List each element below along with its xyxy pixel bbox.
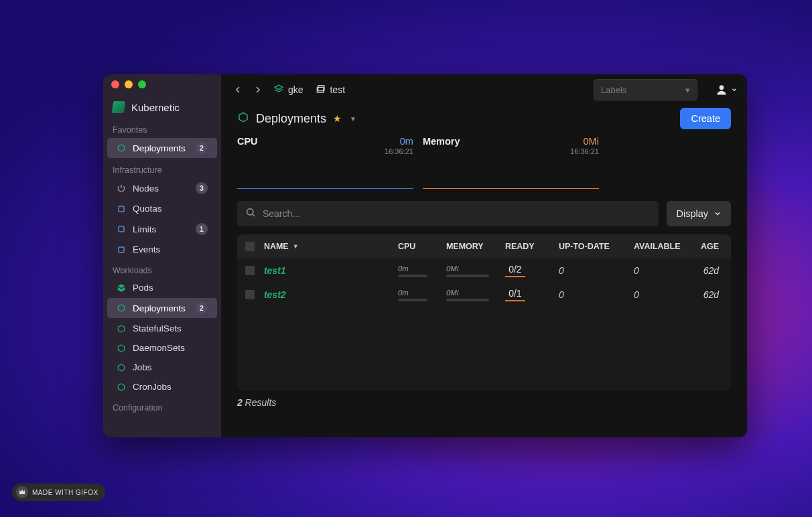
layers-icon <box>273 84 284 96</box>
results-summary: 2 Results <box>221 390 747 415</box>
search-input[interactable] <box>263 208 651 219</box>
sidebar-item-pods[interactable]: Pods <box>107 279 217 297</box>
nav-forward-button[interactable] <box>251 82 265 97</box>
chevron-down-icon: ▾ <box>685 85 690 95</box>
section-workloads: Workloads <box>103 259 221 278</box>
available-cell: 0 <box>634 265 639 276</box>
deploy-icon <box>117 143 126 153</box>
deploy-icon <box>117 324 126 334</box>
svg-rect-0 <box>119 206 124 212</box>
search-container <box>237 201 659 226</box>
sidebar-item-deployments[interactable]: Deployments 2 <box>107 298 217 318</box>
svg-point-6 <box>247 209 253 215</box>
sidebar-badge: 1 <box>196 223 208 235</box>
cluster-chip[interactable]: gke <box>273 84 303 96</box>
display-button[interactable]: Display <box>667 201 731 226</box>
col-available[interactable]: AVAILABLE <box>634 242 701 251</box>
power-icon <box>117 183 126 193</box>
minimize-window-button[interactable] <box>125 80 133 88</box>
row-checkbox[interactable] <box>245 290 255 299</box>
app-window: Kubernetic Favorites Deployments 2 Infra… <box>103 74 747 437</box>
memory-sparkline <box>423 188 599 189</box>
sidebar-item-label: Pods <box>133 283 208 293</box>
sidebar-item-deployments-fav[interactable]: Deployments 2 <box>107 138 217 158</box>
select-all-checkbox[interactable] <box>245 242 264 251</box>
table: NAME ▼ CPU MEMORY READY UP-TO-DATE AVAIL… <box>237 234 731 390</box>
memory-cell: 0Mi <box>446 289 489 301</box>
chevron-down-icon <box>714 210 722 218</box>
results-count: 2 <box>237 397 243 408</box>
sidebar-item-events[interactable]: Events <box>107 240 217 258</box>
gifox-badge: MADE WITH GIFOX <box>12 484 105 501</box>
sidebar-item-label: DaemonSets <box>133 343 208 353</box>
sidebar-item-label: Deployments <box>133 303 189 313</box>
row-checkbox[interactable] <box>245 266 255 275</box>
cube-icon <box>117 283 126 293</box>
cpu-label: CPU <box>237 136 258 147</box>
sidebar-item-label: Nodes <box>133 183 189 194</box>
maximize-window-button[interactable] <box>138 80 146 88</box>
nav-back-button[interactable] <box>230 82 245 97</box>
cpu-cell: 0m <box>398 289 427 301</box>
deploy-icon <box>117 363 126 372</box>
square-icon <box>117 224 126 234</box>
brand-icon <box>112 101 126 113</box>
sidebar-item-quotas[interactable]: Quotas <box>107 200 217 218</box>
cpu-value: 0m <box>385 136 413 147</box>
user-menu[interactable] <box>715 83 738 96</box>
namespace-chip[interactable]: test <box>315 84 345 96</box>
col-name[interactable]: NAME ▼ <box>264 242 398 251</box>
col-uptodate[interactable]: UP-TO-DATE <box>559 242 634 251</box>
sidebar-item-label: StatefulSets <box>133 323 208 334</box>
sidebar-item-label: CronJobs <box>133 382 208 392</box>
sidebar-badge: 3 <box>196 182 208 194</box>
table-header: NAME ▼ CPU MEMORY READY UP-TO-DATE AVAIL… <box>237 234 731 258</box>
labels-dropdown[interactable]: Labels ▾ <box>594 79 697 100</box>
deployment-name-link[interactable]: test1 <box>264 265 286 276</box>
sidebar: Kubernetic Favorites Deployments 2 Infra… <box>103 74 221 437</box>
gifox-icon <box>16 486 28 498</box>
age-cell: 62d <box>703 289 719 300</box>
col-age[interactable]: AGE <box>701 242 723 251</box>
square-icon <box>117 245 126 254</box>
create-button[interactable]: Create <box>680 108 731 129</box>
col-memory[interactable]: MEMORY <box>446 242 505 251</box>
sidebar-badge: 2 <box>196 302 208 314</box>
memory-time: 16:36:21 <box>570 147 599 155</box>
ready-cell: 0/2 <box>505 264 525 277</box>
ready-cell: 0/1 <box>505 288 525 301</box>
svg-rect-2 <box>119 247 124 252</box>
section-favorites: Favorites <box>103 119 221 137</box>
sidebar-item-statefulsets[interactable]: StatefulSets <box>107 319 217 338</box>
sidebar-item-label: Events <box>133 244 208 254</box>
main-content: gke test Labels ▾ Deployments <box>221 74 747 437</box>
titlebar <box>103 74 221 94</box>
sort-icon: ▼ <box>293 243 299 250</box>
deployment-name-link[interactable]: test2 <box>264 289 286 300</box>
sidebar-item-cronjobs[interactable]: CronJobs <box>107 378 217 396</box>
table-row[interactable]: test1 0m 0Mi 0/2 0 0 62d <box>237 258 731 283</box>
search-icon <box>245 207 256 220</box>
star-icon[interactable]: ★ <box>333 113 342 124</box>
page-header: Deployments ★ ▼ Create <box>221 105 747 135</box>
sidebar-item-nodes[interactable]: Nodes 3 <box>107 178 217 198</box>
close-window-button[interactable] <box>111 80 119 88</box>
search-bar: Display <box>221 198 747 234</box>
col-ready[interactable]: READY <box>505 242 559 251</box>
sidebar-item-limits[interactable]: Limits 1 <box>107 219 217 239</box>
col-cpu[interactable]: CPU <box>398 242 446 251</box>
stack-icon <box>315 84 326 96</box>
charts: CPU 0m 16:36:21 Memory 0Mi 16:36:21 <box>221 135 747 198</box>
sidebar-item-daemonsets[interactable]: DaemonSets <box>107 339 217 357</box>
memory-cell: 0Mi <box>446 265 489 277</box>
results-label: Results <box>245 397 277 408</box>
sidebar-item-label: Jobs <box>133 362 208 372</box>
brand-name: Kubernetic <box>131 102 180 113</box>
section-infrastructure: Infrastructure <box>103 159 221 177</box>
sidebar-item-jobs[interactable]: Jobs <box>107 358 217 376</box>
section-configuration: Configuration <box>103 396 221 415</box>
deploy-icon <box>117 382 126 392</box>
chevron-down-icon[interactable]: ▼ <box>350 115 356 123</box>
cpu-time: 16:36:21 <box>385 147 413 155</box>
table-row[interactable]: test2 0m 0Mi 0/1 0 0 62d <box>237 283 731 307</box>
